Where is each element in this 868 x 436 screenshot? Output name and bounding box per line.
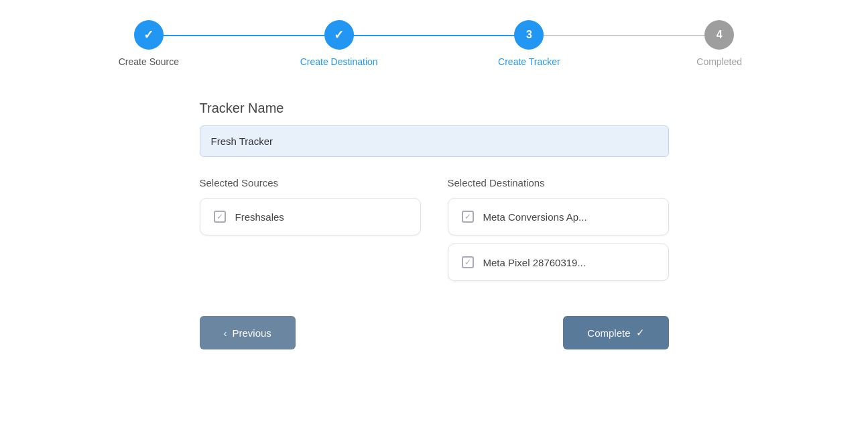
complete-button[interactable]: Complete ✓ xyxy=(563,316,668,349)
buttons-row: ‹ Previous Complete ✓ xyxy=(200,316,669,349)
complete-button-label: Complete xyxy=(587,327,630,339)
previous-chevron-icon: ‹ xyxy=(224,327,227,339)
checkbox-meta-pixel: ✓ xyxy=(462,256,474,268)
step-label-3: Create Tracker xyxy=(498,56,560,67)
destination-item-meta-pixel: ✓ Meta Pixel 28760319... xyxy=(448,243,669,281)
destination-label-meta-conversions: Meta Conversions Ap... xyxy=(483,211,587,223)
form-section: Tracker Name Selected Sources ✓ Freshsal… xyxy=(200,101,669,349)
step-number-4: 4 xyxy=(717,29,723,41)
complete-checkmark-icon: ✓ xyxy=(636,327,645,339)
step-create-destination: ✓ Create Destination xyxy=(244,20,434,67)
previous-button-label: Previous xyxy=(233,327,271,339)
selected-sources-col: Selected Sources ✓ Freshsales xyxy=(200,177,421,289)
step-circle-1: ✓ xyxy=(134,20,164,50)
step-create-tracker: 3 Create Tracker xyxy=(434,20,625,67)
step-label-4: Completed xyxy=(696,56,742,67)
tracker-name-label: Tracker Name xyxy=(200,101,669,116)
checkmark-freshsales: ✓ xyxy=(216,213,223,221)
step-number-3: 3 xyxy=(526,29,532,41)
step-circle-3: 3 xyxy=(514,20,544,50)
checkmark-icon-1: ✓ xyxy=(143,28,153,42)
checkbox-meta-conversions: ✓ xyxy=(462,211,474,223)
selections-row: Selected Sources ✓ Freshsales Selected D… xyxy=(200,177,669,289)
destination-item-meta-conversions: ✓ Meta Conversions Ap... xyxy=(448,198,669,235)
stepper: ✓ Create Source ✓ Create Destination 3 C… xyxy=(0,0,868,80)
step-circle-2: ✓ xyxy=(324,20,354,50)
step-completed: 4 Completed xyxy=(624,20,814,67)
source-item-freshsales: ✓ Freshsales xyxy=(200,198,421,235)
checkbox-freshsales: ✓ xyxy=(214,211,226,223)
destination-label-meta-pixel: Meta Pixel 28760319... xyxy=(483,257,586,268)
selected-destinations-title: Selected Destinations xyxy=(448,177,669,188)
previous-button[interactable]: ‹ Previous xyxy=(200,316,296,349)
selected-destinations-col: Selected Destinations ✓ Meta Conversions… xyxy=(448,177,669,289)
checkmark-meta-conversions: ✓ xyxy=(464,213,471,221)
checkmark-icon-2: ✓ xyxy=(334,28,344,42)
checkmark-meta-pixel: ✓ xyxy=(464,258,471,266)
step-circle-4: 4 xyxy=(704,20,734,50)
tracker-name-input[interactable] xyxy=(200,125,669,157)
main-content: Tracker Name Selected Sources ✓ Freshsal… xyxy=(0,80,868,370)
step-create-source: ✓ Create Source xyxy=(54,20,244,67)
step-label-1: Create Source xyxy=(119,56,179,67)
step-label-2: Create Destination xyxy=(300,56,378,67)
selected-sources-title: Selected Sources xyxy=(200,177,421,188)
source-label-freshsales: Freshsales xyxy=(235,211,284,223)
